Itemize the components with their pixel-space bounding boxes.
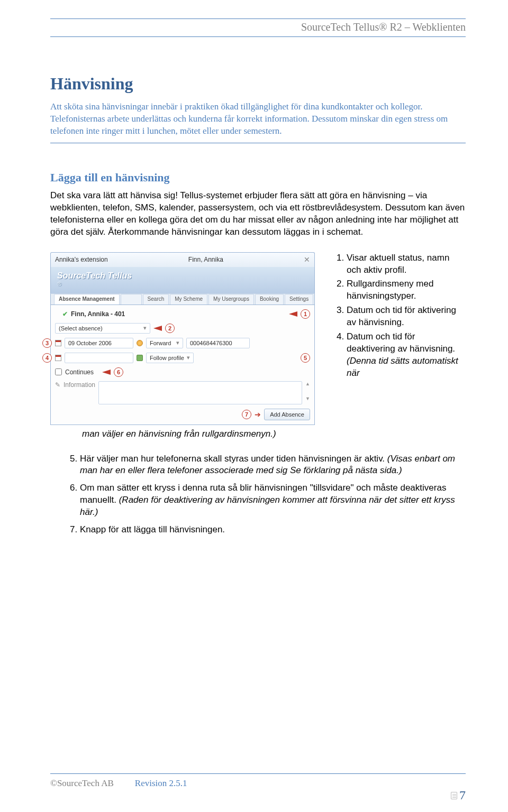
callout-item-4: Datum och tid för deaktivering av hänvis… <box>347 331 466 380</box>
activation-date-input[interactable]: 09 October 2006 <box>65 338 133 348</box>
information-label: Information <box>64 381 95 389</box>
select-absence-dropdown[interactable]: (Select absence) ▾ <box>55 323 150 334</box>
forward-label: Forward <box>150 340 171 346</box>
brand-bar: SourceTech Tellus ® <box>50 267 315 293</box>
chevron-down-icon: ▾ <box>187 354 190 361</box>
arrow-icon <box>153 326 162 331</box>
callout-item-4-tail: (Denna tid sätts automatiskt när <box>347 356 458 378</box>
page-icon <box>451 792 457 799</box>
section-heading-hanvisning: Hänvisning <box>50 74 466 94</box>
marker-4: 4 <box>42 353 52 363</box>
select-absence-label: (Select absence) <box>59 325 103 331</box>
subsection-heading: Lägga till en hänvisning <box>50 171 466 184</box>
page-number-value: 7 <box>459 788 466 802</box>
continues-label: Continues <box>65 368 94 376</box>
tab-my-scheme[interactable]: My Scheme <box>170 294 207 304</box>
calendar-icon[interactable] <box>55 355 61 361</box>
tab-strip: Absence Management Search My Scheme My U… <box>50 293 315 305</box>
tab-settings[interactable]: Settings <box>285 294 313 304</box>
forward-number-input[interactable]: 0004684476300 <box>186 338 250 348</box>
window-titlebar: Annika's extension Finn, Annika ✕ <box>50 252 315 267</box>
callout-item-6-italic: (Raden för deaktivering av hänvisningen … <box>80 495 455 517</box>
tab-hidden[interactable] <box>121 294 142 304</box>
page-footer: ©SourceTech AB Revision 2.5.1 <box>50 773 466 789</box>
window-title-left: Annika's extension <box>55 256 108 263</box>
marker-6: 6 <box>114 367 123 377</box>
callout-item-7: Knapp för att lägga till hänvisningen. <box>80 524 466 536</box>
chevron-down-icon: ▾ <box>143 325 147 331</box>
callout-item-1: Visar aktuell status, namn och aktiv pro… <box>347 252 466 276</box>
intro-rule <box>50 143 466 143</box>
follow-profile-label: Follow profile <box>150 355 184 361</box>
callout-list-5-7: Här väljer man hur telefonerna skall sty… <box>50 453 466 537</box>
form-body: ✔ Finn, Annika - 401 1 (Select absence) … <box>50 305 315 425</box>
header-rule-bottom <box>50 36 466 37</box>
scroll-down-icon[interactable]: ▼ <box>305 396 310 401</box>
status-name-profile: Finn, Annika - 401 <box>71 310 125 318</box>
header-rule-top <box>50 19 466 19</box>
follow-profile-dropdown[interactable]: Follow profile ▾ <box>146 353 194 363</box>
window-title-center: Finn, Annika <box>188 256 223 263</box>
continues-checkbox[interactable] <box>55 368 62 375</box>
callout-item-5: Här väljer man hur telefonerna skall sty… <box>80 453 466 477</box>
brand-text: SourceTech Tellus <box>57 271 132 280</box>
figure-and-list-row: Annika's extension Finn, Annika ✕ Source… <box>50 252 466 425</box>
check-icon: ✔ <box>62 310 68 318</box>
callout-list-1-4: Visar aktuell status, namn och aktiv pro… <box>325 252 466 382</box>
callout-item-3: Datum och tid för aktivering av hänvisni… <box>347 304 466 329</box>
callout-item-4-continuation: man väljer en hänvisning från rullgardin… <box>82 429 276 439</box>
callout-item-6: Om man sätter ett kryss i denna ruta så … <box>80 482 466 519</box>
marker-5: 5 <box>301 353 310 363</box>
information-textarea[interactable] <box>98 381 302 404</box>
scroll-up-icon[interactable]: ▲ <box>305 381 310 386</box>
section-intro: Att sköta sina hänvisningar innebär i pr… <box>50 101 466 137</box>
forward-dropdown[interactable]: Forward ▾ <box>146 338 183 348</box>
footer-copyright: ©SourceTech AB <box>50 778 114 789</box>
page-header-title: SourceTech Tellus® R2 – Webklienten <box>50 21 466 33</box>
close-icon[interactable]: ✕ <box>304 255 310 264</box>
tab-booking[interactable]: Booking <box>255 294 284 304</box>
callout-item-2: Rullgardinsmeny med hänvisningstyper. <box>347 278 466 302</box>
marker-1: 1 <box>301 309 310 319</box>
globe-icon <box>137 340 143 346</box>
page-number: 7 <box>451 788 466 802</box>
add-absence-button[interactable]: Add Absence <box>264 409 310 420</box>
subsection-body: Det ska vara lätt att hänvisa sig! Tellu… <box>50 190 466 238</box>
tab-my-usergroups[interactable]: My Usergroups <box>208 294 254 304</box>
callout-item-4-text: Datum och tid för deaktivering av hänvis… <box>347 331 455 354</box>
footer-revision: Revision 2.5.1 <box>135 778 187 789</box>
arrow-right-icon: ➔ <box>255 410 261 419</box>
arrow-icon <box>289 311 297 317</box>
deactivation-date-input[interactable] <box>65 353 133 363</box>
profile-icon <box>137 355 143 361</box>
marker-7: 7 <box>242 410 251 419</box>
callout-item-5-text: Här väljer man hur telefonerna skall sty… <box>80 454 387 464</box>
tab-absence-management[interactable]: Absence Management <box>54 294 120 304</box>
marker-2: 2 <box>165 324 175 333</box>
calendar-icon[interactable] <box>55 340 61 346</box>
tab-search[interactable]: Search <box>143 294 169 304</box>
app-screenshot: Annika's extension Finn, Annika ✕ Source… <box>50 252 315 425</box>
marker-3: 3 <box>42 338 52 348</box>
info-icon: ✎ <box>55 381 60 389</box>
brand-sub: ® <box>57 281 61 287</box>
arrow-icon <box>102 370 111 375</box>
chevron-down-icon: ▾ <box>176 339 179 346</box>
